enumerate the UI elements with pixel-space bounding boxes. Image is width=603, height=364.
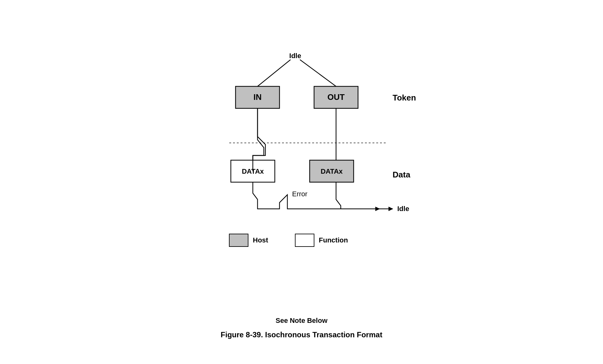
idle-top-label: Idle bbox=[289, 52, 301, 60]
caption-area: See Note Below Figure 8-39. Isochronous … bbox=[192, 317, 411, 339]
data-label: Data bbox=[393, 170, 410, 179]
token-label: Token bbox=[393, 93, 416, 102]
idle-right-label: Idle bbox=[397, 205, 409, 213]
host-legend-label: Host bbox=[253, 236, 269, 244]
svg-line-0 bbox=[258, 60, 291, 86]
error-label: Error bbox=[292, 190, 307, 198]
datax-right-label: DATAx bbox=[321, 167, 343, 175]
see-note-text: See Note Below bbox=[192, 317, 411, 325]
in-label: IN bbox=[253, 92, 262, 102]
function-legend-label: Function bbox=[319, 236, 348, 244]
figure-caption: Figure 8-39. Isochronous Transaction For… bbox=[192, 330, 411, 339]
svg-marker-5 bbox=[388, 207, 393, 211]
out-label: OUT bbox=[328, 92, 345, 102]
arrow-head bbox=[375, 207, 380, 211]
svg-line-1 bbox=[300, 60, 336, 86]
legend-function-box bbox=[295, 234, 314, 247]
legend-host-box bbox=[229, 234, 248, 247]
diagram-container: Idle IN OUT Token Data DATAx DATAx Error bbox=[160, 25, 443, 339]
